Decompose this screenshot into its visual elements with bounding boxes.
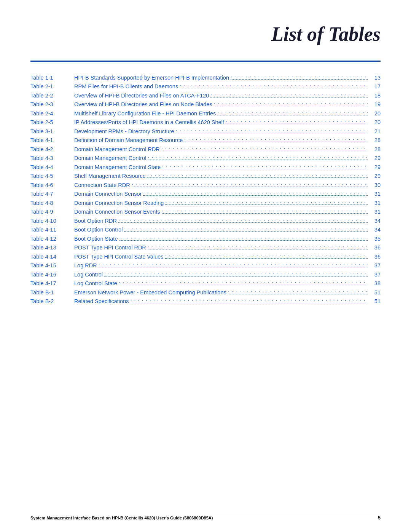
toc-page-number: 29	[369, 155, 381, 161]
toc-row[interactable]: Table B-1Emerson Network Power - Embedde…	[30, 288, 381, 296]
toc-title: Domain Connection Sensor Events31	[74, 208, 381, 215]
toc-page-number: 37	[369, 262, 381, 268]
toc-label: Table 3-1	[30, 128, 70, 134]
toc-label: Table 4-2	[30, 146, 70, 152]
toc-label: Table 2-4	[30, 110, 70, 117]
toc-page-number: 29	[369, 173, 381, 179]
toc-dots	[118, 217, 368, 223]
toc-row[interactable]: Table 3-1Development RPMs - Directory St…	[30, 127, 381, 135]
toc-label: Table 4-5	[30, 173, 70, 179]
toc-title: Boot Option RDR34	[74, 217, 381, 224]
toc-page-number: 36	[369, 254, 381, 260]
toc-page-number: 31	[369, 200, 381, 206]
toc-row[interactable]: Table 4-17Log Control State38	[30, 279, 381, 288]
toc-title-text: RPM Files for HPI-B Clients and Daemons	[74, 83, 178, 89]
toc-title: Boot Option Control34	[74, 226, 381, 233]
toc-label: Table 2-5	[30, 119, 70, 125]
toc-title-text: Definition of Domain Management Resource	[74, 137, 183, 143]
toc-title: Emerson Network Power - Embedded Computi…	[74, 289, 381, 296]
toc-title-text: IP Addresses/Ports of HPI Daemons in a C…	[74, 119, 224, 125]
toc-dots	[162, 208, 368, 214]
toc-title: Shelf Management Resource29	[74, 173, 381, 179]
toc-row[interactable]: Table 4-15Log RDR37	[30, 261, 381, 270]
page-title: List of Tables	[30, 23, 381, 45]
toc-row[interactable]: Table 2-3Overview of HPI-B Directories a…	[30, 100, 381, 109]
toc-row[interactable]: Table 4-9Domain Connection Sensor Events…	[30, 208, 381, 216]
toc-row[interactable]: Table 4-5Shelf Management Resource29	[30, 172, 381, 180]
toc-title-text: Connection State RDR	[74, 182, 130, 188]
toc-page-number: 13	[369, 75, 381, 81]
toc-page-number: 31	[369, 191, 381, 197]
toc-row[interactable]: Table 4-7Domain Connection Sensor31	[30, 190, 381, 198]
toc-row[interactable]: Table 4-8Domain Connection Sensor Readin…	[30, 198, 381, 207]
toc-row[interactable]: Table 2-5IP Addresses/Ports of HPI Daemo…	[30, 118, 381, 126]
toc-label: Table B-1	[30, 289, 70, 296]
toc-title: Log Control37	[74, 271, 381, 278]
toc-row[interactable]: Table 4-10Boot Option RDR34	[30, 216, 381, 225]
toc-page-number: 18	[369, 93, 381, 99]
toc-page-number: 19	[369, 101, 381, 107]
toc-page-number: 20	[369, 110, 381, 117]
toc-dots	[147, 173, 368, 178]
toc-page-number: 28	[369, 137, 381, 143]
toc-title-text: Emerson Network Power - Embedded Computi…	[74, 289, 226, 296]
toc-row[interactable]: Table 4-16Log Control37	[30, 270, 381, 278]
toc-row[interactable]: Table 4-12Boot Option State35	[30, 234, 381, 243]
toc-label: Table 4-11	[30, 227, 70, 233]
toc-row[interactable]: Table 4-2Domain Management Control RDR28	[30, 145, 381, 153]
toc-title: Overview of HPI-B Directories and Files …	[74, 101, 381, 108]
toc-page-number: 21	[369, 128, 381, 134]
toc-label: Table 1-1	[30, 75, 70, 81]
toc-title-text: Boot Option RDR	[74, 218, 117, 224]
toc-row[interactable]: Table 2-1RPM Files for HPI-B Clients and…	[30, 82, 381, 91]
toc-label: Table 4-15	[30, 262, 70, 268]
toc-label: Table 4-7	[30, 191, 70, 197]
toc-title: Log Control State38	[74, 280, 381, 287]
toc-title-text: Domain Connection Sensor	[74, 191, 142, 197]
toc-row[interactable]: Table 1-1HPI-B Standards Supported by Em…	[30, 73, 381, 81]
toc-title-text: POST Type HPI Control Sate Values	[74, 254, 164, 260]
toc-dots	[228, 289, 368, 294]
toc-row[interactable]: Table 2-2Overview of HPI-B Directories a…	[30, 91, 381, 99]
footer-page: 5	[378, 515, 381, 521]
toc-title-text: Related Specifications	[74, 298, 129, 304]
page-footer: System Management Interface Based on HPI…	[30, 512, 381, 521]
toc-row[interactable]: Table 4-6Connection State RDR30	[30, 181, 381, 189]
toc-row[interactable]: Table 4-3Domain Management Control29	[30, 154, 381, 162]
toc-dots	[162, 163, 368, 169]
toc-title-text: Overview of HPI-B Directories and Files …	[74, 93, 209, 99]
toc-title: Domain Connection Sensor31	[74, 190, 381, 197]
toc-page-number: 30	[369, 182, 381, 188]
toc-row[interactable]: Table 2-4Multishelf Library Configuratio…	[30, 109, 381, 117]
toc-dots	[217, 110, 368, 115]
toc-title-text: Development RPMs - Directory Structure	[74, 128, 174, 134]
toc-title-text: Boot Option State	[74, 236, 118, 242]
toc-page-number: 51	[369, 289, 381, 296]
toc-page-number: 31	[369, 209, 381, 215]
toc-title: Overview of HPI-B Directories and Files …	[74, 92, 381, 99]
toc-title: Multishelf Library Configuration File - …	[74, 110, 381, 117]
toc-row[interactable]: Table 4-4Domain Management Control State…	[30, 163, 381, 171]
toc-label: Table 2-2	[30, 93, 70, 99]
toc-title: Development RPMs - Directory Structure21	[74, 128, 381, 134]
toc-label: Table 2-1	[30, 83, 70, 89]
toc-label: Table 4-14	[30, 254, 70, 260]
toc-title-text: Log Control State	[74, 280, 117, 286]
toc-row[interactable]: Table 4-1Definition of Domain Management…	[30, 136, 381, 144]
toc-dots	[143, 190, 368, 196]
toc-dots	[132, 181, 368, 187]
toc-dots	[165, 253, 368, 259]
toc-row[interactable]: Table 4-14POST Type HPI Control Sate Val…	[30, 252, 381, 260]
section-divider	[30, 61, 381, 62]
title-section: List of Tables	[30, 0, 381, 53]
toc-label: Table 4-8	[30, 200, 70, 206]
toc-row[interactable]: Table 4-13POST Type HPI Control RDR36	[30, 243, 381, 252]
toc-dots	[184, 137, 368, 142]
toc-title: IP Addresses/Ports of HPI Daemons in a C…	[74, 119, 381, 126]
toc-title-text: Multishelf Library Configuration File - …	[74, 110, 216, 117]
toc-dots	[119, 280, 368, 286]
toc-row[interactable]: Table B-2Related Specifications51	[30, 297, 381, 305]
toc-label: Table 2-3	[30, 101, 70, 107]
toc-row[interactable]: Table 4-11Boot Option Control34	[30, 225, 381, 234]
toc-label: Table 4-3	[30, 155, 70, 161]
